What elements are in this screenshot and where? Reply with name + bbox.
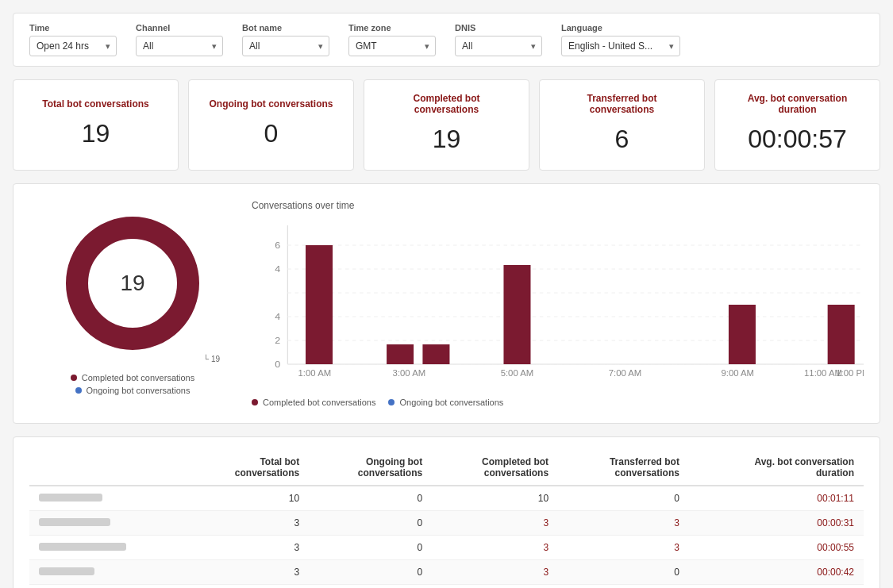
language-select-wrapper[interactable]: English - United S... <box>561 36 680 56</box>
cell-ongoing-0: 0 <box>309 486 432 511</box>
filter-timezone: Time zone GMT <box>348 23 436 56</box>
channel-select-wrapper[interactable]: All <box>136 36 223 56</box>
table-row: 3 0 3 3 00:00:31 <box>29 511 864 536</box>
donut-legend-item-1: Completed bot conversations <box>71 373 194 382</box>
bar-legend-item-2: Ongoing bot conversations <box>388 398 503 407</box>
kpi-value-2: 19 <box>433 125 461 154</box>
donut-center-value: 19 <box>120 271 144 296</box>
donut-legend-dot-1 <box>71 375 77 381</box>
svg-rect-18 <box>503 265 530 364</box>
svg-text:3:00 AM: 3:00 AM <box>393 369 426 378</box>
svg-rect-16 <box>387 344 414 364</box>
col-transferred: Transferred botconversations <box>558 450 689 486</box>
kpi-title-2: Completed bot conversations <box>380 93 513 115</box>
bar-chart-svg: 0 2 4 4 6 <box>252 217 864 392</box>
kpi-value-0: 19 <box>82 119 110 148</box>
botname-select-wrapper[interactable]: All <box>242 36 329 56</box>
svg-text:4: 4 <box>275 312 280 321</box>
cell-duration-3: 00:00:42 <box>689 560 864 585</box>
bot-name-placeholder-3 <box>39 567 94 575</box>
cell-duration-1: 00:00:31 <box>689 511 864 536</box>
bar-legend: Completed bot conversations Ongoing bot … <box>252 398 864 407</box>
donut-chart: 19 <box>61 212 204 355</box>
bar-section: Conversations over time 0 2 4 <box>252 200 864 407</box>
filter-dnis: DNIS All <box>455 23 542 56</box>
cell-bot-2 <box>29 536 186 560</box>
botname-label: Bot name <box>242 23 329 33</box>
table-row: 3 0 3 3 00:00:55 <box>29 536 864 560</box>
time-select-wrapper[interactable]: Open 24 hrs <box>29 36 117 56</box>
svg-text:9:00 AM: 9:00 AM <box>721 369 754 378</box>
bot-name-placeholder-2 <box>39 543 126 551</box>
dnis-select[interactable]: All <box>455 36 542 56</box>
svg-text:0: 0 <box>275 359 280 369</box>
timezone-select[interactable]: GMT <box>348 36 436 56</box>
table-row: 10 0 10 0 00:01:11 <box>29 486 864 511</box>
cell-bot-0 <box>29 486 186 511</box>
kpi-value-1: 0 <box>264 119 279 148</box>
charts-row: 19 └ 19 Completed bot conversations Ongo… <box>13 183 880 424</box>
filter-language: Language English - United S... <box>561 23 680 56</box>
timezone-select-wrapper[interactable]: GMT <box>348 36 436 56</box>
channel-select[interactable]: All <box>136 36 223 56</box>
col-ongoing: Ongoing botconversations <box>309 450 432 486</box>
cell-transferred-0: 0 <box>558 486 689 511</box>
kpi-row: Total bot conversations 19 Ongoing bot c… <box>13 79 880 171</box>
svg-text:6: 6 <box>275 240 280 250</box>
donut-legend-dot-2 <box>75 387 82 394</box>
channel-label: Channel <box>136 23 223 33</box>
donut-legend-item-2: Ongoing bot conversations <box>75 386 191 395</box>
donut-legend-label-1: Completed bot conversations <box>82 373 194 382</box>
svg-text:1:00 PM: 1:00 PM <box>836 369 864 378</box>
botname-select[interactable]: All <box>242 36 329 56</box>
time-select[interactable]: Open 24 hrs <box>29 36 117 56</box>
kpi-title-4: Avg. bot conversation duration <box>731 93 864 115</box>
donut-legend: Completed bot conversations Ongoing bot … <box>71 373 194 395</box>
svg-rect-19 <box>729 305 756 364</box>
donut-legend-label-2: Ongoing bot conversations <box>87 386 191 395</box>
cell-completed-2: 3 <box>432 536 558 560</box>
cell-total-1: 3 <box>186 511 309 536</box>
cell-ongoing-2: 0 <box>309 536 432 560</box>
cell-ongoing-3: 0 <box>309 560 432 585</box>
cell-transferred-3: 0 <box>558 560 689 585</box>
language-label: Language <box>561 23 680 33</box>
col-total: Total botconversations <box>186 450 309 486</box>
bar-legend-label-1: Completed bot conversations <box>263 398 375 407</box>
bot-name-placeholder-1 <box>39 518 110 526</box>
col-completed: Completed botconversations <box>432 450 558 486</box>
bar-legend-dot-2 <box>388 399 395 405</box>
kpi-title-0: Total bot conversations <box>42 98 148 110</box>
filter-time: Time Open 24 hrs <box>29 23 117 56</box>
cell-total-2: 3 <box>186 536 309 560</box>
cell-completed-3: 3 <box>432 560 558 585</box>
cell-total-3: 3 <box>186 560 309 585</box>
kpi-card-3: Transferred bot conversations 6 <box>539 79 705 171</box>
filter-channel: Channel All <box>136 23 223 56</box>
cell-ongoing-1: 0 <box>309 511 432 536</box>
bar-legend-item-1: Completed bot conversations <box>252 398 375 407</box>
col-duration: Avg. bot conversationduration <box>689 450 864 486</box>
cell-completed-1: 3 <box>432 511 558 536</box>
dnis-label: DNIS <box>455 23 542 33</box>
language-select[interactable]: English - United S... <box>561 36 680 56</box>
cell-transferred-1: 3 <box>558 511 689 536</box>
kpi-title-1: Ongoing bot conversations <box>209 98 333 110</box>
cell-total-0: 10 <box>186 486 309 511</box>
svg-rect-17 <box>422 344 449 364</box>
bot-table: Total botconversations Ongoing botconver… <box>29 450 864 585</box>
svg-rect-15 <box>306 245 333 364</box>
svg-text:1:00 AM: 1:00 AM <box>298 369 332 378</box>
kpi-card-2: Completed bot conversations 19 <box>364 79 529 171</box>
bot-name-placeholder-0 <box>39 494 102 502</box>
cell-completed-0: 10 <box>432 486 558 511</box>
main-page: Time Open 24 hrs Channel All Bot name Al… <box>0 0 893 588</box>
filter-bar: Time Open 24 hrs Channel All Bot name Al… <box>13 13 880 67</box>
kpi-card-0: Total bot conversations 19 <box>13 79 179 171</box>
timezone-label: Time zone <box>348 23 436 33</box>
donut-sub-label: └ 19 <box>29 355 236 363</box>
bar-legend-label-2: Ongoing bot conversations <box>399 398 503 407</box>
dnis-select-wrapper[interactable]: All <box>455 36 542 56</box>
filter-botname: Bot name All <box>242 23 329 56</box>
svg-text:4: 4 <box>275 264 280 274</box>
